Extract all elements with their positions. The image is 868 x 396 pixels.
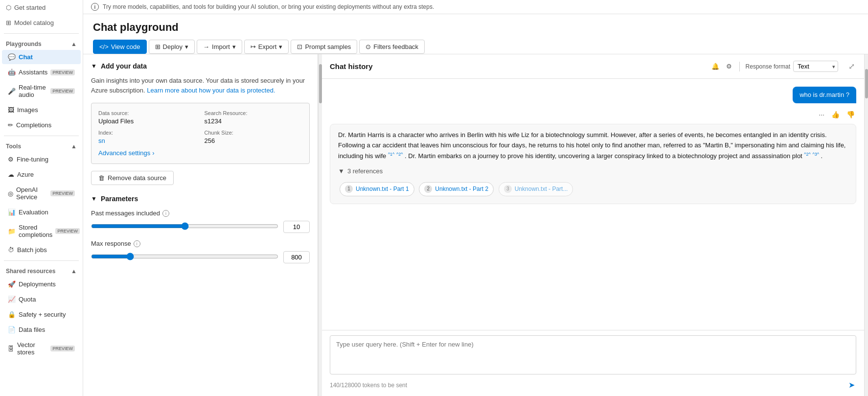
add-data-chevron[interactable]: ▼	[91, 63, 97, 70]
banner-info-icon: i	[91, 3, 99, 11]
send-button[interactable]: ➤	[847, 379, 856, 391]
max-response-slider[interactable]	[91, 253, 278, 260]
get-started-icon: ⬡	[6, 4, 11, 11]
import-icon: →	[203, 43, 209, 50]
parameters-section-header: ▼ Parameters	[91, 195, 310, 203]
data-files-icon: 📄	[8, 326, 16, 333]
past-messages-slider[interactable]	[91, 222, 278, 230]
sidebar-item-data-files[interactable]: 📄 Data files	[2, 323, 81, 337]
past-messages-info-icon[interactable]: i	[162, 210, 169, 217]
reference-tag-1[interactable]: 1 Unknown.txt - Part 1	[340, 182, 414, 196]
reference-tag-2[interactable]: 2 Unknown.txt - Part 2	[419, 182, 494, 196]
stored-preview-badge: PREVIEW	[55, 228, 80, 234]
assistant-text: Dr. Martin Harris is a character who arr…	[338, 131, 845, 160]
page-header: Chat playground </> View code ⊞ Deploy ▾…	[83, 14, 868, 54]
sidebar-section-shared[interactable]: Shared resources ▲	[0, 264, 83, 277]
assistants-icon: 🤖	[8, 69, 16, 76]
add-data-description: Gain insights into your own data source.…	[91, 76, 310, 95]
chat-settings-icon[interactable]: ⚙	[725, 61, 733, 71]
toolbar: </> View code ⊞ Deploy ▾ → Import ▾ ↦ Ex…	[93, 40, 858, 54]
main-page: i Try more models, capabilities, and too…	[83, 0, 868, 396]
sidebar-item-evaluation[interactable]: 📊 Evaluation	[2, 205, 81, 219]
sidebar-item-fine-tuning[interactable]: ⚙ Fine-tuning	[2, 152, 81, 166]
assistants-preview-badge: PREVIEW	[50, 70, 75, 75]
vector-preview-badge: PREVIEW	[50, 346, 75, 351]
sidebar-item-stored-completions[interactable]: 📁 Stored completions PREVIEW	[2, 220, 81, 242]
past-messages-value-input[interactable]: 10	[283, 221, 310, 233]
advanced-settings-link[interactable]: Advanced settings ›	[98, 149, 302, 157]
chunk-size-value: 256	[205, 137, 303, 144]
learn-more-link[interactable]: Learn more about how your data is protec…	[147, 87, 275, 94]
thumbs-up-icon[interactable]: 👍	[830, 109, 841, 120]
chat-history-title: Chat history	[330, 62, 705, 70]
user-bubble: who is dr.martin ?	[793, 87, 856, 103]
filters-feedback-button[interactable]: ⊙ Filters feedback	[359, 40, 425, 54]
data-source-grid: Data source: Upload Files Search Resourc…	[98, 110, 302, 144]
import-button[interactable]: → Import ▾	[197, 40, 242, 54]
response-format-select[interactable]: Text JSON Markdown	[793, 61, 838, 72]
deploy-button[interactable]: ⊞ Deploy ▾	[149, 40, 195, 54]
export-button[interactable]: ↦ Export ▾	[244, 40, 289, 54]
content-area: ▼ Add your data Gain insights into your …	[83, 54, 868, 396]
left-panel-scroll-thumb[interactable]	[319, 64, 322, 103]
sidebar-section-tools[interactable]: Tools ▲	[0, 139, 83, 152]
right-scroll-thumb[interactable]	[865, 69, 868, 98]
chat-header-icons: 🔔 ⚙ Response format Text JSON Markdown	[710, 61, 838, 72]
sidebar-item-vector-stores[interactable]: 🗄 Vector stores PREVIEW	[2, 338, 81, 359]
realtime-preview-badge: PREVIEW	[50, 88, 75, 94]
sidebar-item-quota[interactable]: 📈 Quota	[2, 292, 81, 306]
assistant-message: ··· 👍 👎 Dr. Martin Harris is a character…	[330, 109, 856, 204]
data-source-field: Data source: Upload Files	[98, 110, 197, 125]
sidebar-item-realtime-audio[interactable]: 🎤 Real-time audio PREVIEW	[2, 80, 81, 102]
more-options-icon[interactable]: ···	[817, 109, 826, 120]
sidebar-top-item-get-started[interactable]: ⬡ Get started	[0, 0, 83, 15]
remove-data-source-button[interactable]: 🗑 Remove data source	[91, 171, 174, 185]
sidebar-item-chat[interactable]: 💬 Chat	[2, 50, 81, 64]
sidebar-section-playgrounds[interactable]: Playgrounds ▲	[0, 37, 83, 49]
response-format-select-wrapper: Text JSON Markdown	[793, 61, 838, 72]
sidebar-item-batch-jobs[interactable]: ⏱ Batch jobs	[2, 243, 81, 257]
chat-input[interactable]	[330, 335, 856, 374]
data-source-value: Upload Files	[98, 117, 197, 125]
references-chevron-icon: ▼	[338, 166, 344, 177]
sidebar-top-item-model-catalog[interactable]: ⊞ Model catalog	[0, 15, 83, 30]
realtime-audio-icon: 🎤	[8, 88, 16, 95]
past-messages-label-row: Past messages included i	[91, 210, 310, 217]
index-value[interactable]: sn	[98, 137, 197, 144]
reference-tag-3[interactable]: 3 Unknown.txt - Part...	[499, 182, 573, 196]
chat-bell-icon[interactable]: 🔔	[710, 61, 721, 71]
max-response-info-icon[interactable]: i	[134, 240, 140, 247]
chunk-size-label: Chunk Size:	[205, 130, 303, 136]
chat-input-footer: 140/128000 tokens to be sent ➤	[330, 379, 856, 391]
max-response-slider-container	[91, 253, 278, 262]
ref-num-3: 3	[504, 185, 512, 193]
sidebar-divider-1	[4, 33, 79, 34]
sidebar-item-azure[interactable]: ☁ Azure	[2, 167, 81, 182]
sidebar-item-deployments[interactable]: 🚀 Deployments	[2, 277, 81, 291]
top-banner: i Try more models, capabilities, and too…	[83, 0, 868, 14]
sidebar-item-completions[interactable]: ✏ Completions	[2, 118, 81, 132]
sidebar-item-images[interactable]: 🖼 Images	[2, 103, 81, 117]
chat-expand-icon[interactable]: ⤢	[847, 60, 856, 72]
sidebar-item-safety-security[interactable]: 🔒 Safety + security	[2, 307, 81, 322]
thumbs-down-icon[interactable]: 👎	[845, 109, 856, 120]
add-data-section-header: ▼ Add your data	[91, 62, 310, 70]
sidebar: ⬡ Get started ⊞ Model catalog Playground…	[0, 0, 83, 396]
max-response-value-input[interactable]: 800	[283, 251, 310, 263]
chat-messages[interactable]: who is dr.martin ? ··· 👍 👎 Dr. Martin Ha…	[322, 79, 864, 330]
parameters-section: ▼ Parameters Past messages included i 10…	[91, 195, 310, 263]
azure-icon: ☁	[8, 171, 14, 178]
view-code-button[interactable]: </> View code	[93, 40, 147, 54]
parameters-chevron[interactable]: ▼	[91, 195, 97, 202]
chat-input-area: 140/128000 tokens to be sent ➤	[322, 330, 864, 396]
export-icon: ↦	[251, 43, 256, 50]
stored-completions-icon: 📁	[8, 228, 16, 235]
search-resource-field: Search Resource: s1234	[205, 110, 303, 125]
sidebar-item-openai-service[interactable]: ◎ OpenAI Service PREVIEW	[2, 183, 81, 204]
prompt-samples-button[interactable]: ⊡ Prompt samples	[291, 40, 357, 54]
model-catalog-icon: ⊞	[6, 19, 11, 26]
sidebar-item-assistants[interactable]: 🤖 Assistants PREVIEW	[2, 65, 81, 79]
code-icon: </>	[99, 43, 109, 50]
shared-collapse-icon: ▲	[71, 268, 77, 275]
references-toggle[interactable]: ▼ 3 references	[338, 166, 848, 177]
